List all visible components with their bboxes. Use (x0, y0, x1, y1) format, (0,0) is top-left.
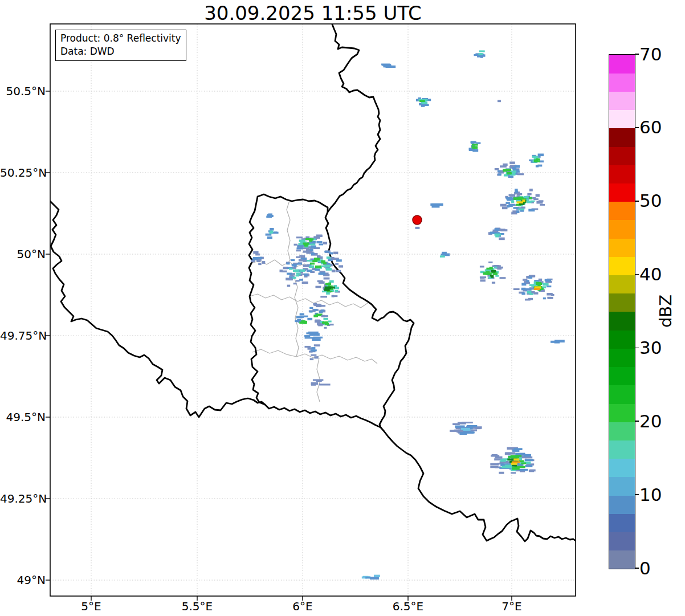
radar-echo-cell (527, 291, 532, 293)
radar-echo-cell (547, 297, 551, 299)
radar-echo-cell (311, 382, 319, 385)
radar-echo-cell (513, 288, 520, 290)
radar-echo-cell (294, 244, 297, 246)
radar-echo-cell (455, 426, 464, 428)
radar-echo-cell (253, 258, 258, 260)
radar-echo-cell (509, 194, 515, 197)
radar-echo-cell (262, 261, 266, 264)
radar-echo-cell (547, 285, 552, 287)
radar-echo-cell (495, 456, 502, 459)
radar-echo-cell (304, 274, 308, 276)
colorbar-tick-mark (635, 274, 639, 275)
radar-echo-cell (477, 55, 482, 58)
map-canvas (0, 0, 685, 616)
radar-echo-cell (253, 251, 258, 254)
radar-echo-cell (529, 189, 533, 191)
radar-echo-cell (297, 319, 301, 321)
radar-echo-cell (463, 431, 474, 434)
radar-echo-cell (314, 344, 320, 346)
radar-echo-cell (518, 209, 524, 210)
radar-echo-cell (515, 190, 518, 193)
radar-map-figure: 30.09.2025 11:55 UTC (0, 0, 685, 616)
radar-echo-cell (307, 260, 313, 262)
radar-echo-cell (318, 324, 323, 327)
radar-echo-cell (469, 149, 474, 151)
radar-echo-cell (312, 338, 321, 341)
radar-echo-cell (508, 172, 512, 174)
colorbar-segment (609, 385, 635, 404)
radar-echo-cell (270, 228, 274, 231)
radar-echo-cell (301, 255, 305, 258)
radar-echo-cell (515, 453, 525, 455)
radar-echo-cell (321, 309, 324, 311)
radar-echo-cell (287, 273, 292, 275)
radar-site-marker (413, 215, 422, 225)
radar-echo-cell (501, 229, 507, 231)
radar-echo-cell (528, 209, 535, 212)
radar-echo-cell (524, 196, 529, 198)
radar-echo-cell (320, 296, 327, 297)
radar-echo-cell (329, 287, 335, 289)
radar-echo-cell (324, 251, 329, 252)
colorbar-segment (609, 532, 635, 551)
colorbar-tick-label: 60 (639, 117, 679, 138)
radar-echo-cell (527, 193, 531, 195)
radar-echo-cell (319, 244, 323, 246)
radar-echo-cell (543, 297, 546, 299)
radar-echo-cell (312, 260, 317, 262)
radar-echo-cell (452, 423, 460, 425)
radar-echo-cell (258, 257, 262, 259)
radar-echo-cell (303, 260, 307, 262)
radar-echo-cell (415, 227, 420, 229)
colorbar-segment (609, 128, 635, 147)
canton-border-line (287, 201, 290, 263)
y-tick-label: 50°N (0, 247, 46, 262)
radar-echo-cell (328, 259, 332, 261)
radar-echo-cell (339, 265, 343, 267)
radar-echo-cell (319, 273, 323, 275)
radar-echo-cell (297, 263, 302, 265)
radar-echo-cell (528, 276, 532, 279)
radar-echo-cell (513, 207, 519, 209)
colorbar-tick-label: 10 (639, 484, 679, 505)
radar-echo-cell (518, 198, 524, 199)
radar-echo-cell (512, 450, 520, 452)
radar-echo-cell (525, 459, 533, 461)
radar-echo-cell (316, 380, 322, 382)
border-france-belgium (50, 201, 265, 417)
radar-echo-cell (511, 455, 522, 457)
radar-echo-cell (524, 454, 531, 457)
radar-echo-cell (304, 335, 310, 337)
radar-echo-cell (499, 238, 505, 240)
radar-echo-cell (292, 264, 296, 266)
radar-echo-cell (296, 280, 300, 282)
colorbar-segment (609, 91, 635, 110)
colorbar-segment (609, 293, 635, 312)
colorbar-tick-label: 30 (639, 337, 679, 358)
radar-echo-cell (511, 472, 516, 474)
radar-echo-cell (330, 324, 334, 325)
colorbar-tick-label: 20 (639, 411, 679, 432)
radar-echo-cell (280, 270, 283, 272)
radar-echo-cell (309, 244, 315, 246)
radar-echo-cell (490, 267, 493, 270)
radar-echo-cell (500, 204, 507, 207)
radar-echo-cell (515, 165, 520, 168)
canton-border-line (250, 294, 368, 308)
info-product-line: Product: 0.8° Reflectivity (60, 32, 181, 45)
radar-echo-cell (300, 313, 304, 316)
radar-echo-cell (270, 232, 273, 234)
radar-echo-cell (309, 311, 313, 312)
radar-echo-cell (488, 262, 492, 263)
radar-echo-cell (299, 316, 304, 318)
colorbar-tick-mark (635, 127, 639, 128)
y-tick-label: 49°N (0, 573, 46, 588)
radar-echo-cell (325, 272, 328, 275)
colorbar-unit-label: dBZ (656, 295, 675, 328)
radar-echo-cell (311, 347, 315, 349)
radar-echo-cell (325, 323, 329, 326)
radar-echo-cell (500, 277, 506, 279)
radar-echo-cell (499, 472, 504, 474)
radar-echo-cell (315, 320, 320, 322)
radar-echo-cell (320, 305, 326, 307)
